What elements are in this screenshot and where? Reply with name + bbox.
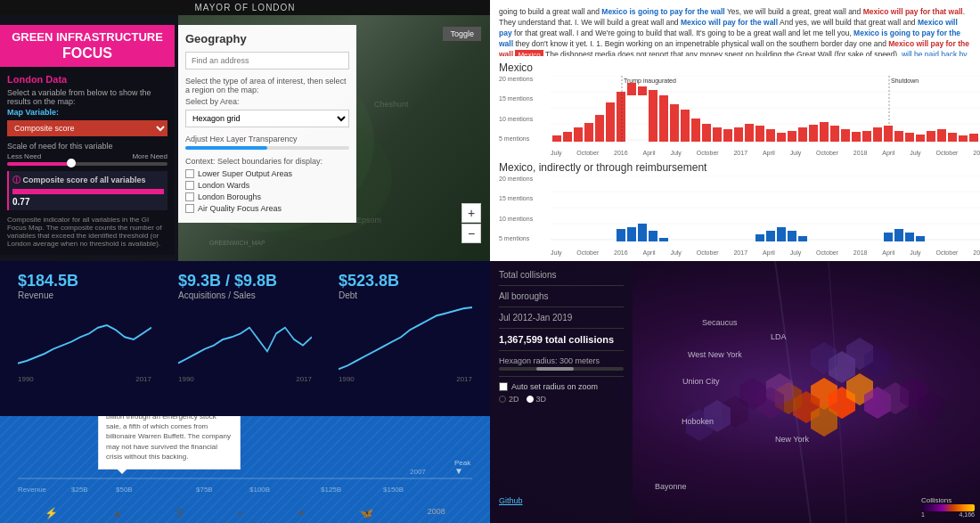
svg-rect-73 <box>617 229 625 241</box>
auto-radius-label: Auto set radius on zoom <box>511 382 598 391</box>
icon-dollar[interactable]: $ <box>176 507 183 519</box>
gi-sidebar: GREEN INFRASTRUCTURE FOCUS London Data S… <box>0 25 175 255</box>
icon-lightning[interactable]: ⚡ <box>45 507 58 519</box>
svg-text:2007: 2007 <box>410 468 426 476</box>
svg-rect-25 <box>563 132 572 142</box>
legend-min: 1 <box>921 511 925 518</box>
debt-chart <box>339 304 472 375</box>
acquisitions-stat: $9.3B / $9.8B Acquisitions / Sales <box>178 272 312 300</box>
value-bar <box>12 189 164 194</box>
github-link[interactable]: Github <box>499 496 523 505</box>
panel-nyc: Total collisions All boroughs Jul 2012-J… <box>490 261 980 523</box>
nyc-sidebar: Total collisions All boroughs Jul 2012-J… <box>490 261 633 523</box>
tooltip-arrow <box>117 469 127 474</box>
transparency-slider[interactable] <box>185 146 349 150</box>
divider-1 <box>499 285 624 286</box>
tooltip-box: November 2008 Capital ⓘ Amid the worst r… <box>98 416 241 470</box>
svg-text:GREENWICH_MAP: GREENWICH_MAP <box>209 240 265 247</box>
svg-text:Cheshunt: Cheshunt <box>374 100 409 109</box>
svg-text:$25B: $25B <box>71 486 88 494</box>
checkbox-lsoa[interactable]: Lower Super Output Areas <box>185 169 349 178</box>
by-area-label: Select by Area: <box>185 97 349 106</box>
tooltip-text: Amid the worst recession since the Great… <box>106 416 233 462</box>
year-label: 2008 <box>428 507 445 519</box>
acquisitions-chart <box>178 304 312 375</box>
svg-rect-24 <box>552 135 561 142</box>
type-label: Select the type of area of interest, the… <box>185 77 349 94</box>
svg-rect-86 <box>916 236 925 241</box>
auto-radius-checkbox[interactable] <box>499 382 508 391</box>
2d-button[interactable]: 2D <box>499 395 519 404</box>
chart1-title: Mexico <box>499 61 971 74</box>
svg-rect-67 <box>969 134 978 142</box>
date-range-label: Jul 2012-Jan 2019 <box>499 313 624 323</box>
checkbox-boroughs[interactable]: London Boroughs <box>185 192 349 201</box>
axis-debt: 1990 2017 <box>339 375 472 383</box>
legend-gradient <box>921 504 975 511</box>
svg-rect-30 <box>617 92 625 142</box>
zoom-in-button[interactable]: + <box>461 203 481 223</box>
3d-button[interactable]: 3D <box>527 395 547 404</box>
lda-label: LDA <box>771 332 787 341</box>
acquisitions-label: Acquisitions / Sales <box>178 290 312 300</box>
svg-rect-53 <box>841 129 850 142</box>
radius-slider-row: Hexagon radius: 300 meters <box>499 356 624 371</box>
panel-finance: $184.5B Revenue $9.3B / $9.8B Acquisitio… <box>0 261 490 523</box>
icon-butterfly[interactable]: 🦋 <box>360 507 373 519</box>
svg-rect-63 <box>927 131 935 142</box>
divider-2 <box>499 306 624 307</box>
top-bar: MAYOR OF LONDON <box>0 0 490 15</box>
toggle-button[interactable]: Toggle <box>443 27 481 41</box>
svg-rect-84 <box>894 229 903 241</box>
map-var-select-label: Map Variable: <box>7 108 167 117</box>
legend-values: 1 4,166 <box>921 511 975 518</box>
debt-stat: $523.8B Debt <box>339 272 472 300</box>
new-york-label: New York <box>775 435 809 444</box>
auto-radius-row[interactable]: Auto set radius on zoom <box>499 382 624 391</box>
checkbox-aqfa[interactable]: Air Quality Focus Areas <box>185 204 349 213</box>
svg-rect-62 <box>916 135 925 142</box>
svg-rect-42 <box>723 129 732 142</box>
zoom-out-button[interactable]: − <box>461 224 481 243</box>
wards-checkbox[interactable] <box>185 181 194 190</box>
revenue-label: Revenue <box>18 290 151 300</box>
highlight-mexico-3: Mexico will pay for the wall <box>681 18 778 27</box>
hoboken-label: Hoboken <box>682 417 714 426</box>
by-area-select[interactable]: Hexagon grid <box>185 110 349 127</box>
map-variable-select[interactable]: Composite score <box>7 120 167 136</box>
2d-radio[interactable] <box>499 396 506 403</box>
divider-4 <box>499 350 624 351</box>
lsoa-checkbox[interactable] <box>185 169 194 178</box>
gi-header: GREEN INFRASTRUCTURE FOCUS <box>0 25 175 67</box>
aqfa-checkbox[interactable] <box>185 204 194 213</box>
svg-rect-40 <box>702 124 711 142</box>
svg-rect-41 <box>713 127 722 142</box>
svg-rect-39 <box>691 118 700 142</box>
boroughs-checkbox[interactable] <box>185 192 194 201</box>
about-text: Composite indicator for all variables in… <box>7 216 167 248</box>
highlight-mexico-2: Mexico will pay for that wall <box>863 7 963 16</box>
radius-slider[interactable] <box>499 367 624 371</box>
svg-text:▼: ▼ <box>454 466 463 476</box>
icon-plus[interactable]: + <box>237 507 243 519</box>
union-city-label: Union City <box>682 377 720 386</box>
svg-rect-29 <box>606 102 615 142</box>
address-input[interactable] <box>185 52 349 69</box>
scale-range: Less Need More Need <box>7 152 167 160</box>
chart-mexico: Mexico 20 mentions 15 mentions 10 mentio… <box>499 61 971 156</box>
divider-3 <box>499 328 624 329</box>
zoom-controls: + − <box>461 203 481 243</box>
icon-star[interactable]: ✦ <box>297 507 306 519</box>
scale-slider[interactable] <box>7 162 167 166</box>
3d-radio[interactable] <box>527 396 534 403</box>
debt-value: $523.8B <box>339 272 472 290</box>
svg-rect-37 <box>670 104 679 142</box>
checkbox-wards[interactable]: London Wards <box>185 181 349 190</box>
svg-rect-83 <box>884 233 893 241</box>
revenue-stat: $184.5B Revenue <box>18 272 151 300</box>
svg-rect-26 <box>574 127 583 142</box>
chart2-area: 20 mentions 15 mentions 10 mentions 5 me… <box>499 176 971 256</box>
icon-triangle[interactable]: ▲ <box>112 507 123 519</box>
svg-rect-64 <box>937 129 946 142</box>
svg-rect-38 <box>681 110 690 142</box>
